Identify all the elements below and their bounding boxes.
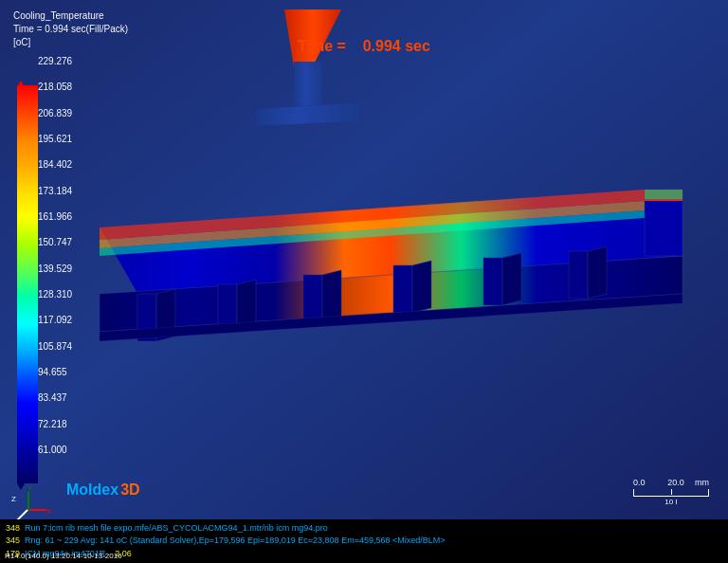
axes-indicator: X Y Z — [13, 482, 51, 520]
svg-marker-20 — [483, 258, 502, 305]
scale-label-left: 0.0 — [633, 478, 646, 487]
legend-value-1: 218.058 — [38, 82, 72, 92]
legend-value-14: 72.218 — [38, 420, 72, 429]
legend-value-8: 139.529 — [38, 264, 72, 274]
z-axis-label: Z — [11, 495, 16, 503]
svg-marker-22 — [569, 251, 588, 299]
scale-label-mid: 20.0 — [667, 478, 684, 487]
legend-value-10: 117.092 — [38, 316, 72, 325]
legend-value-13: 83.437 — [38, 393, 72, 403]
legend-labels: 229.276 218.058 206.839 195.621 184.402 … — [38, 57, 72, 455]
svg-marker-11 — [645, 190, 682, 199]
num2: 345 — [6, 536, 20, 545]
svg-marker-5 — [100, 256, 682, 332]
time-value: 0.994 sec — [363, 38, 430, 54]
brand: Moldex3D — [66, 481, 140, 499]
x-axis-label: X — [46, 507, 51, 516]
svg-marker-24 — [100, 294, 682, 341]
brand-suffix: 3D — [120, 481, 139, 499]
time-fill-pack: Time = 0.994 sec(Fill/Pack) — [13, 23, 128, 36]
svg-marker-2 — [17, 81, 25, 87]
brand-name: Moldex — [66, 481, 118, 499]
legend-value-15: 61.000 — [38, 445, 72, 455]
svg-marker-10 — [645, 190, 682, 201]
info-panel: Cooling_Temperature Time = 0.994 sec(Fil… — [13, 9, 128, 49]
bottom-text1: Run 7:icm rib mesh file expo.mfe/ABS_CYC… — [25, 523, 328, 533]
num1: 348 — [6, 523, 20, 533]
svg-rect-1 — [17, 85, 38, 483]
svg-marker-23 — [588, 246, 607, 299]
version-text: R14.0(140.0) 13:20:14-10-13-2016 — [5, 552, 122, 560]
legend-value-11: 105.874 — [38, 342, 72, 352]
legend-value-9: 128.310 — [38, 290, 72, 300]
time-prefix: Time = — [298, 38, 346, 54]
svg-marker-12 — [137, 294, 156, 341]
legend-value-12: 94.655 — [38, 368, 72, 377]
svg-marker-14 — [218, 284, 237, 332]
svg-marker-17 — [322, 270, 341, 322]
svg-marker-8 — [100, 210, 645, 256]
variable-label: Cooling_Temperature — [13, 9, 128, 23]
scale-sublabel: 10 I — [633, 498, 709, 506]
legend-value-4: 184.402 — [38, 160, 72, 170]
svg-marker-21 — [502, 253, 521, 305]
legend-value-6: 161.966 — [38, 212, 72, 222]
legend-value-7: 150.747 — [38, 238, 72, 247]
svg-marker-6 — [100, 190, 645, 240]
y-axis-label: Y — [27, 483, 32, 492]
x-axis — [27, 509, 46, 511]
svg-marker-4 — [100, 190, 682, 294]
unit-label: [oC] — [13, 36, 128, 49]
svg-marker-18 — [393, 265, 412, 313]
bottom-line1: 348 Run 7:icm rib mesh file expo.mfe/ABS… — [6, 522, 722, 536]
main-container: Cooling_Temperature Time = 0.994 sec(Fil… — [0, 0, 728, 563]
svg-marker-27 — [256, 102, 360, 126]
svg-marker-13 — [156, 289, 175, 341]
svg-rect-26 — [294, 62, 322, 114]
svg-marker-9 — [645, 190, 682, 256]
scale-ruler — [633, 489, 709, 497]
y-axis — [27, 492, 29, 511]
time-display: Time = 0.994 sec — [298, 38, 430, 55]
bottom-line2: 345 Rng: 61 ~ 229 Avg: 141 oC (Standard … — [6, 535, 722, 548]
bottom-text2: Rng: 61 ~ 229 Avg: 141 oC (Standard Solv… — [25, 536, 445, 545]
scale-unit: mm — [695, 478, 709, 487]
svg-rect-0 — [0, 0, 728, 563]
svg-marker-19 — [412, 261, 431, 313]
svg-marker-7 — [100, 201, 645, 248]
legend-value-0: 229.276 — [38, 57, 72, 66]
legend-value-2: 206.839 — [38, 109, 72, 118]
svg-marker-15 — [237, 280, 256, 332]
legend-value-3: 195.621 — [38, 135, 72, 144]
scale-bar: 0.0 20.0 mm 10 I — [633, 478, 709, 506]
legend-value-5: 173.184 — [38, 187, 72, 196]
svg-marker-16 — [303, 275, 322, 322]
visualization — [0, 0, 728, 563]
